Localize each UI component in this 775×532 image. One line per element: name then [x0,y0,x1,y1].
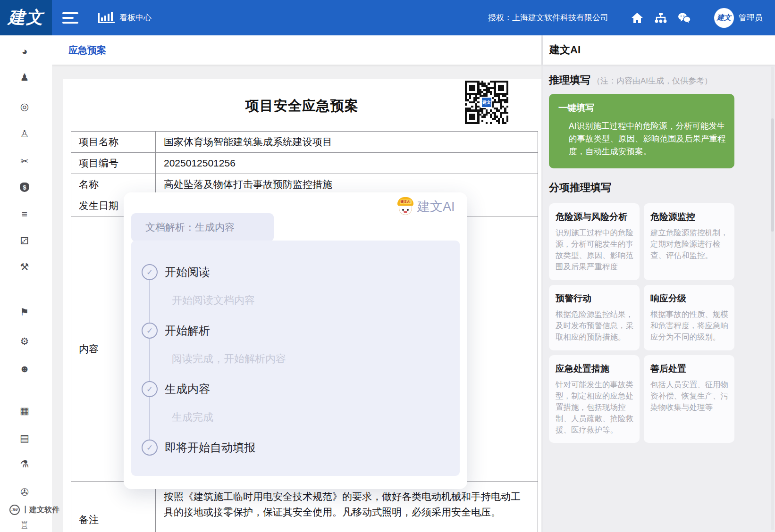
ai-fill-card[interactable]: 应急处置措施 针对可能发生的事故类型，制定相应的应急处置措施，包括现场控制、人员… [549,355,640,443]
jw-logo-icon: JW [9,505,20,515]
authorization-text: 授权：上海建文软件科技有限公司 [488,12,608,23]
section-note: （注：内容由AI生成，仅供参考） [592,76,712,85]
progress-step: ✓ 生成内容 生成完成 [142,381,460,440]
step-title: 开始解析 [165,323,210,338]
worker-climb-icon[interactable]: ⚒ [18,260,31,274]
ai-side-panel: 建文AI 推理填写（注：内容由AI生成，仅供参考） 一键填写 AI识别施工过程中… [543,35,775,532]
bag-icon[interactable]: ⚗ [18,457,31,471]
qr-code: 建文 [465,81,508,124]
step-title: 开始阅读 [165,265,210,280]
scrollbar[interactable] [771,66,774,530]
ai-card-title: 善后处置 [650,363,729,375]
tools-icon[interactable]: ✂ [18,155,31,168]
step-detail: 阅读完成，开始解析内容 [149,339,460,381]
row-label: 项目编号 [71,153,156,174]
home-icon[interactable] [630,11,644,25]
ai-card-title: 应急处置措施 [556,363,634,375]
step-title: 即将开始自动填报 [165,440,255,455]
vendor-watermark: JW 丨建文软件 [9,505,59,515]
remark-row: 备注 按照《建筑施工临时用电安全技术规范》的要求，做好各类电动机械和手持电动工具… [71,482,538,532]
progress-steps-panel: ✓ 开始阅读 开始阅读文档内容 ✓ 开始解析 阅读完成，开始解析内容 [131,241,460,476]
ai-card-title: 预警行动 [556,292,634,305]
documents-icon[interactable]: ≡ [18,208,31,221]
flag-list-icon[interactable]: ⚑ [18,306,31,319]
ai-card-body: 根据危险源监控结果，及时发布预警信息，采取相应的预防措施。 [556,309,634,343]
step-subtext: 阅读完成，开始解析内容 [172,353,286,365]
notebook-icon[interactable]: ▤ [18,432,31,445]
section-title: 推理填写 [549,74,590,86]
left-sidebar: ◕♟◎♙✂$≡⚂⚒⚑⚙☻▦▤⚗✇♖ JW 丨建文软件 [0,35,52,532]
app-logo[interactable]: 建文 [0,0,52,35]
pie-chart-icon[interactable]: ◕ [18,45,31,58]
table-row: 项目名称 国家体育场智能建筑集成系统建设项目 [71,132,538,153]
ai-assistant-brand: 建文AI 建文AI [396,196,455,217]
remark-text[interactable]: 按照《建筑施工临时用电安全技术规范》的要求，做好各类电动机械和手持电动工具的接地… [156,482,538,532]
ai-assistant-name: 建文AI [417,198,455,215]
cubes-icon[interactable]: ⚂ [18,234,31,248]
one-click-fill-title: 一键填写 [558,102,727,114]
check-circle-icon: ✓ [142,381,158,397]
row-value[interactable]: 国家体育场智能建筑集成系统建设项目 [156,132,538,152]
remark-label: 备注 [71,482,156,532]
one-click-fill-description: AI识别施工过程中的危险源，分析可能发生的事故类型、原因、影响范围及后果严重程度… [558,120,727,158]
progress-step: ✓ 即将开始自动填报 [142,440,460,456]
ai-fill-card[interactable]: 响应分级 根据事故的性质、规模和危害程度，将应急响应分为不同的级别。 [644,285,734,350]
check-circle-icon: ✓ [142,440,158,456]
document-gear-icon[interactable]: ⚙ [18,335,31,348]
ai-card-body: 识别施工过程中的危险源，分析可能发生的事故类型、原因、影响范围及后果严重程度 [556,227,634,273]
ai-fill-card[interactable]: 危险源监控 建立危险源监控机制，定期对危险源进行检查、评估和监控。 [644,203,734,280]
machine-icon[interactable]: ✇ [18,486,31,499]
ai-fill-card[interactable]: 善后处置 包括人员安置、征用物资补偿、恢复生产、污染物收集与处理等 [644,355,734,443]
step-subtext: 开始阅读文档内容 [172,294,255,306]
row-value[interactable]: 2025012501256 [156,153,538,174]
row-label: 名称 [71,174,156,195]
wechat-icon[interactable] [677,11,691,25]
person-flag-icon[interactable]: ♙ [18,127,31,141]
breadcrumb[interactable]: 应急预案 [68,44,106,57]
ai-panel-title: 建文AI [549,43,581,57]
ai-fill-card[interactable]: 预警行动 根据危险源监控结果，及时发布预警信息，采取相应的预防措施。 [549,285,640,350]
modal-status-header: 文档解析：生成内容 [131,213,274,241]
table-row: 项目编号 2025012501256 [71,153,538,174]
ai-fill-card[interactable]: 危险源与风险分析 识别施工过程中的危险源，分析可能发生的事故类型、原因、影响范围… [549,203,640,280]
top-bar: 建文 看板中心 授权：上海建文软件科技有限公司 建文 管理员 [0,0,775,35]
worker-icon[interactable]: ☻ [18,362,31,375]
breadcrumb-bar: 应急预案 [52,35,541,65]
calendar-icon[interactable]: ▦ [18,404,31,417]
ai-card-title: 响应分级 [650,292,729,305]
target-icon[interactable]: ◎ [18,100,31,113]
ai-progress-modal: 建文AI 建文AI 文档解析：生成内容 ✓ 开始阅读 开始阅读文档内容 [124,192,467,489]
dashboard-center-nav[interactable]: 看板中心 [98,12,152,23]
step-detail: 开始阅读文档内容 [149,280,460,323]
org-chart-icon[interactable] [654,11,668,25]
progress-step: ✓ 开始阅读 开始阅读文档内容 [142,264,460,323]
app-window: 建文 看板中心 授权：上海建文软件科技有限公司 建文 管理员 ◕♟◎♙✂$≡⚂⚒… [0,0,775,532]
team-icon[interactable]: ♟ [18,71,31,84]
user-avatar[interactable]: 建文 [714,8,734,28]
menu-icon[interactable] [62,9,78,26]
step-title: 生成内容 [165,382,210,397]
vendor-watermark-label: 丨建文软件 [22,505,59,515]
row-value[interactable]: 高处坠落及物体打击事故预防监控措施 [156,174,538,195]
sub-section-title: 分项推理填写 [549,181,775,195]
one-click-fill-button[interactable]: 一键填写 AI识别施工过程中的危险源，分析可能发生的事故类型、原因、影响范围及后… [549,94,734,168]
ai-card-title: 危险源与风险分析 [556,211,634,223]
ai-card-body: 建立危险源监控机制，定期对危险源进行检查、评估和监控。 [650,227,729,261]
money-bag-icon[interactable]: $ [18,181,31,194]
step-subtext: 生成完成 [172,411,213,423]
qr-center-logo: 建文 [481,97,492,108]
robot-icon[interactable]: ♖ [18,519,31,532]
ai-card-title: 危险源监控 [650,211,729,223]
check-circle-icon: ✓ [142,323,158,339]
dashboard-center-label: 看板中心 [119,12,152,23]
check-circle-icon: ✓ [142,264,158,280]
ai-mascot-icon: 建文AI [396,196,414,217]
user-role-label: 管理员 [739,12,763,23]
ai-panel-header: 建文AI [543,35,775,65]
ai-panel-body: 推理填写（注：内容由AI生成，仅供参考） 一键填写 AI识别施工过程中的危险源，… [543,65,775,532]
ai-card-body: 根据事故的性质、规模和危害程度，将应急响应分为不同的级别。 [650,309,729,343]
ai-card-body: 包括人员安置、征用物资补偿、恢复生产、污染物收集与处理等 [650,379,729,413]
row-label: 项目名称 [71,132,156,152]
progress-step: ✓ 开始解析 阅读完成，开始解析内容 [142,323,460,381]
bar-chart-icon [98,13,115,23]
